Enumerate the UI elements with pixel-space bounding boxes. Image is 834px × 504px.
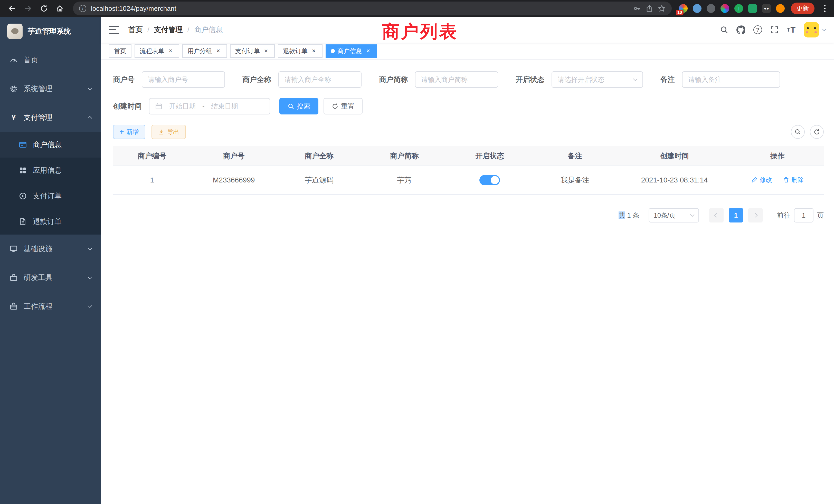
extension-dark-icon[interactable]: ●● <box>762 4 771 13</box>
close-icon[interactable]: × <box>262 47 270 55</box>
close-icon[interactable]: × <box>365 47 372 55</box>
browser-reload-icon[interactable] <box>37 2 51 16</box>
remark-input[interactable] <box>682 71 780 88</box>
edit-button[interactable]: 修改 <box>751 176 772 184</box>
extension-badged-icon[interactable]: 10 <box>679 4 688 13</box>
sidebar-item-label: 系统管理 <box>24 84 52 94</box>
avatar <box>804 22 819 38</box>
breadcrumb-home[interactable]: 首页 <box>128 25 143 35</box>
refresh-icon[interactable] <box>810 125 824 139</box>
browser-home-icon[interactable] <box>53 2 67 16</box>
create-time-range-picker[interactable]: - <box>149 98 270 114</box>
chevron-down-icon <box>88 275 92 279</box>
breadcrumb: 首页 / 支付管理 / 商户信息 <box>128 25 223 35</box>
chevron-down-icon <box>88 246 92 250</box>
cell-short-name: 芋艿 <box>362 166 447 194</box>
toggle-search-icon[interactable] <box>791 125 805 139</box>
remark-label: 备注 <box>660 75 675 85</box>
sidebar-item-label: 支付管理 <box>24 113 52 122</box>
breadcrumb-current: 商户信息 <box>194 25 223 35</box>
status-select[interactable]: 请选择开启状态 <box>552 71 643 88</box>
close-icon[interactable]: × <box>310 47 317 55</box>
cell-remark: 我是备注 <box>532 166 617 194</box>
share-icon[interactable] <box>645 5 653 12</box>
active-dot-icon <box>331 49 335 53</box>
briefcase-icon <box>9 302 18 311</box>
sidebar-item-infrastructure[interactable]: 基础设施 <box>0 234 101 263</box>
page-info-icon[interactable]: i <box>79 5 86 12</box>
full-name-input[interactable] <box>278 71 361 88</box>
tab-refund-order[interactable]: 退款订单 × <box>278 44 323 58</box>
status-toggle[interactable] <box>479 175 500 185</box>
sidebar-item-pay-order[interactable]: 支付订单 <box>0 183 101 209</box>
sidebar-item-system[interactable]: 系统管理 <box>0 74 101 103</box>
sidebar-item-merchant-info[interactable]: 商户信息 <box>0 132 101 158</box>
tab-pay-order[interactable]: 支付订单 × <box>230 44 275 58</box>
chevron-down-icon <box>88 86 92 90</box>
extension-blue-icon[interactable] <box>693 4 702 13</box>
sidebar-toggle-icon[interactable] <box>109 26 119 34</box>
app-logo[interactable]: 芋道管理系统 <box>0 17 101 46</box>
chevron-up-icon <box>88 116 92 120</box>
add-button[interactable]: + 新增 <box>113 125 145 139</box>
navbar-tools: ? TT <box>720 22 826 38</box>
sidebar-item-refund-order[interactable]: 退款订单 <box>0 209 101 234</box>
page-size-select[interactable]: 10条/页 <box>649 208 699 223</box>
export-button[interactable]: 导出 <box>152 125 186 139</box>
tab-home[interactable]: 首页 <box>109 44 131 58</box>
sidebar-item-label: 应用信息 <box>33 165 62 175</box>
browser-back-icon[interactable] <box>5 2 19 16</box>
url-bar[interactable]: i localhost:1024/pay/merchant <box>73 2 672 16</box>
merchant-no-input[interactable] <box>142 71 225 88</box>
password-key-icon[interactable] <box>633 5 641 12</box>
extension-green-square-icon[interactable] <box>748 4 757 13</box>
bookmark-star-icon[interactable] <box>658 5 665 12</box>
search-button[interactable]: 搜索 <box>279 98 319 114</box>
calendar-icon <box>155 102 162 110</box>
user-avatar-menu[interactable] <box>804 22 826 38</box>
prev-page-button[interactable] <box>709 208 724 223</box>
extension-green-circle-icon[interactable]: ↑ <box>734 4 743 13</box>
close-icon[interactable]: × <box>167 47 174 55</box>
merchant-no-label: 商户号 <box>113 75 135 85</box>
col-header: 商户号 <box>191 146 276 166</box>
reset-button[interactable]: 重置 <box>324 98 363 114</box>
github-icon[interactable] <box>737 25 745 34</box>
col-header: 操作 <box>731 146 824 166</box>
sidebar-item-payment[interactable]: ¥ 支付管理 <box>0 103 101 132</box>
tab-merchant-info[interactable]: 商户信息 × <box>326 44 377 58</box>
sidebar-item-home[interactable]: 首页 <box>0 46 101 74</box>
close-icon[interactable]: × <box>215 47 222 55</box>
sidebar-item-dev-tools[interactable]: 研发工具 <box>0 263 101 292</box>
extension-gray-icon[interactable] <box>707 4 716 13</box>
font-size-icon[interactable]: TT <box>787 25 795 35</box>
short-name-input[interactable] <box>415 71 498 88</box>
help-icon[interactable]: ? <box>753 25 762 34</box>
trash-icon <box>783 177 789 183</box>
delete-button[interactable]: 删除 <box>783 176 804 184</box>
extension-badge: 10 <box>676 10 683 16</box>
page-number-button[interactable]: 1 <box>729 208 743 223</box>
browser-menu-icon[interactable] <box>821 5 829 12</box>
tab-user-group[interactable]: 用户分组 × <box>182 44 227 58</box>
annotation-overlay: 商户列表 <box>382 20 458 43</box>
search-icon[interactable] <box>720 26 728 34</box>
document-icon <box>19 218 27 226</box>
fullscreen-icon[interactable] <box>770 26 778 34</box>
tab-process-form[interactable]: 流程表单 × <box>135 44 179 58</box>
breadcrumb-separator: / <box>147 26 150 34</box>
browser-forward-icon[interactable] <box>21 2 35 16</box>
extension-color-icon[interactable] <box>721 4 729 13</box>
cell-full-name: 芋道源码 <box>277 166 362 194</box>
next-page-button[interactable] <box>748 208 763 223</box>
browser-update-button[interactable]: 更新 <box>791 3 814 14</box>
chevron-down-icon <box>822 27 827 31</box>
sidebar-item-app-info[interactable]: 应用信息 <box>0 158 101 183</box>
pagination: 共 1 条 10条/页 1 前往 页 <box>113 208 824 223</box>
cell-create-time: 2021-10-23 08:31:14 <box>617 166 731 194</box>
sidebar-item-workflow[interactable]: 工作流程 <box>0 292 101 321</box>
breadcrumb-payment[interactable]: 支付管理 <box>154 25 183 35</box>
goto-page-input[interactable] <box>794 208 813 223</box>
extension-orange-icon[interactable] <box>776 4 785 13</box>
sidebar-item-label: 退款订单 <box>33 217 62 227</box>
